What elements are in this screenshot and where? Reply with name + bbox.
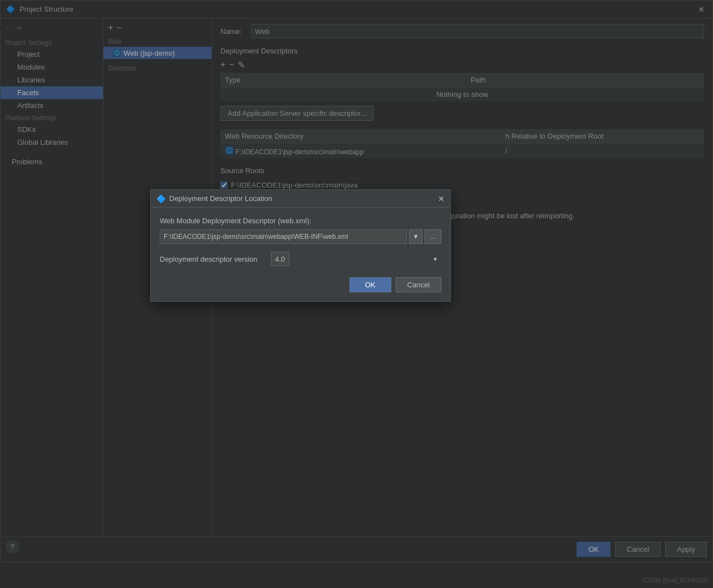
modal-dialog: 🔷 Deployment Descriptor Location ✕ Web M…: [150, 189, 451, 302]
modal-body: Web Module Deployment Descriptor (web.xm…: [151, 208, 450, 301]
modal-path-input[interactable]: [160, 229, 407, 244]
version-wrapper: 4.0 3.1 3.0 2.5 ▼: [271, 252, 441, 266]
web-module-label: Web Module Deployment Descriptor (web.xm…: [160, 217, 441, 225]
version-select[interactable]: 4.0 3.1 3.0 2.5: [271, 252, 289, 266]
modal-title-bar: 🔷 Deployment Descriptor Location ✕: [151, 190, 450, 208]
modal-title-left: 🔷 Deployment Descriptor Location: [156, 194, 272, 203]
path-dropdown-btn[interactable]: ▼: [409, 229, 422, 244]
modal-title-text: Deployment Descriptor Location: [169, 194, 272, 203]
modal-close-button[interactable]: ✕: [438, 194, 445, 203]
version-label: Deployment descriptor version: [160, 255, 265, 263]
modal-footer: OK Cancel: [160, 277, 441, 292]
modal-cancel-button[interactable]: Cancel: [396, 277, 441, 292]
browse-button[interactable]: ...: [425, 229, 441, 244]
modal-version-row: Deployment descriptor version 4.0 3.1 3.…: [160, 252, 441, 266]
modal-app-icon: 🔷: [156, 194, 166, 203]
modal-path-row: ▼ ...: [160, 229, 441, 244]
version-arrow-icon: ▼: [432, 256, 438, 262]
modal-ok-button[interactable]: OK: [350, 277, 391, 292]
